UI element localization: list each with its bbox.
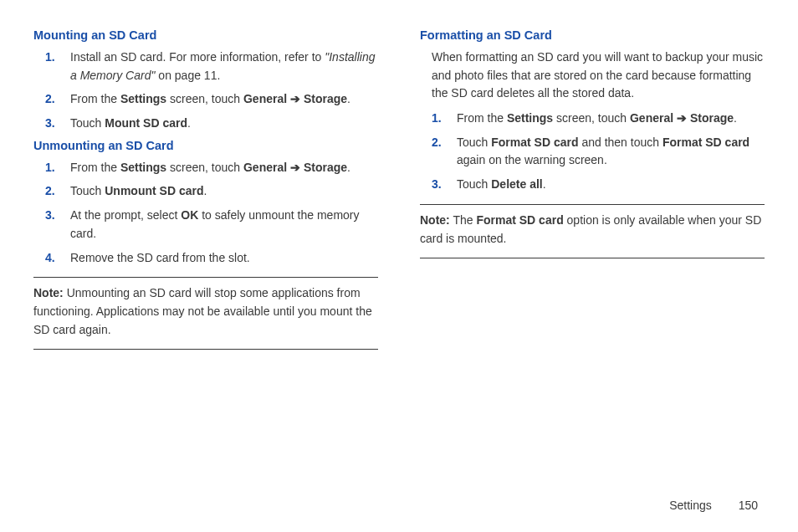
step-text: Touch Mount SD card. bbox=[70, 115, 378, 133]
step-number: 2. bbox=[45, 182, 57, 201]
list-item: 1. From the Settings screen, touch Gener… bbox=[432, 110, 765, 128]
note-divider bbox=[33, 349, 378, 350]
list-item: 1. Install an SD card. For more informat… bbox=[45, 49, 378, 84]
mounting-steps: 1. Install an SD card. For more informat… bbox=[45, 49, 378, 133]
note-divider bbox=[420, 204, 765, 205]
step-text: Touch Format SD card and then touch Form… bbox=[457, 134, 765, 170]
page-footer: Settings 150 bbox=[669, 499, 758, 512]
intro-text: When formatting an SD card you will want… bbox=[432, 49, 765, 103]
arrow-icon: ➔ bbox=[287, 92, 304, 105]
step-text: At the prompt, select OK to safely unmou… bbox=[70, 207, 378, 243]
arrow-icon: ➔ bbox=[287, 161, 304, 174]
arrow-icon: ➔ bbox=[673, 111, 690, 125]
step-text: From the Settings screen, touch General … bbox=[70, 159, 378, 177]
list-item: 2. Touch Format SD card and then touch F… bbox=[432, 134, 765, 170]
step-number: 4. bbox=[45, 249, 57, 268]
step-number: 3. bbox=[432, 176, 443, 194]
list-item: 1. From the Settings screen, touch Gener… bbox=[45, 159, 378, 177]
step-number: 3. bbox=[45, 207, 57, 243]
step-text: Remove the SD card from the slot. bbox=[70, 249, 378, 268]
right-column: Formatting an SD Card When formatting an… bbox=[420, 25, 765, 356]
step-text: Touch Unmount SD card. bbox=[70, 182, 378, 201]
note-divider bbox=[420, 258, 765, 258]
list-item: 2. Touch Unmount SD card. bbox=[45, 182, 378, 201]
step-number: 2. bbox=[432, 134, 443, 170]
unmounting-steps: 1. From the Settings screen, touch Gener… bbox=[45, 159, 378, 267]
step-text: From the Settings screen, touch General … bbox=[70, 90, 378, 109]
left-column: Mounting an SD Card 1. Install an SD car… bbox=[33, 25, 378, 356]
note-formatting: Note: The Format SD card option is only … bbox=[420, 212, 765, 248]
note-unmounting: Note: Unmounting an SD card will stop so… bbox=[33, 284, 378, 339]
list-item: 3. Touch Delete all. bbox=[432, 176, 765, 194]
formatting-steps: 1. From the Settings screen, touch Gener… bbox=[432, 110, 765, 194]
list-item: 3. Touch Mount SD card. bbox=[45, 115, 378, 133]
step-text: Touch Delete all. bbox=[457, 176, 765, 194]
step-number: 1. bbox=[45, 159, 57, 177]
step-number: 3. bbox=[45, 115, 57, 133]
note-label: Note: bbox=[33, 286, 64, 299]
note-label: Note: bbox=[420, 213, 450, 227]
list-item: 4. Remove the SD card from the slot. bbox=[45, 249, 378, 268]
list-item: 2. From the Settings screen, touch Gener… bbox=[45, 90, 378, 109]
two-column-layout: Mounting an SD Card 1. Install an SD car… bbox=[33, 25, 765, 356]
step-number: 1. bbox=[45, 49, 57, 84]
heading-formatting-sd: Formatting an SD Card bbox=[420, 28, 765, 42]
footer-page-number: 150 bbox=[739, 499, 758, 512]
step-number: 1. bbox=[432, 110, 443, 128]
step-text: Install an SD card. For more information… bbox=[70, 49, 378, 84]
heading-unmounting-sd: Unmounting an SD Card bbox=[33, 139, 378, 152]
heading-mounting-sd: Mounting an SD Card bbox=[33, 28, 378, 42]
list-item: 3. At the prompt, select OK to safely un… bbox=[45, 207, 378, 243]
footer-section: Settings bbox=[669, 499, 712, 512]
step-number: 2. bbox=[45, 90, 57, 109]
step-text: From the Settings screen, touch General … bbox=[457, 110, 765, 128]
note-divider bbox=[33, 277, 378, 278]
